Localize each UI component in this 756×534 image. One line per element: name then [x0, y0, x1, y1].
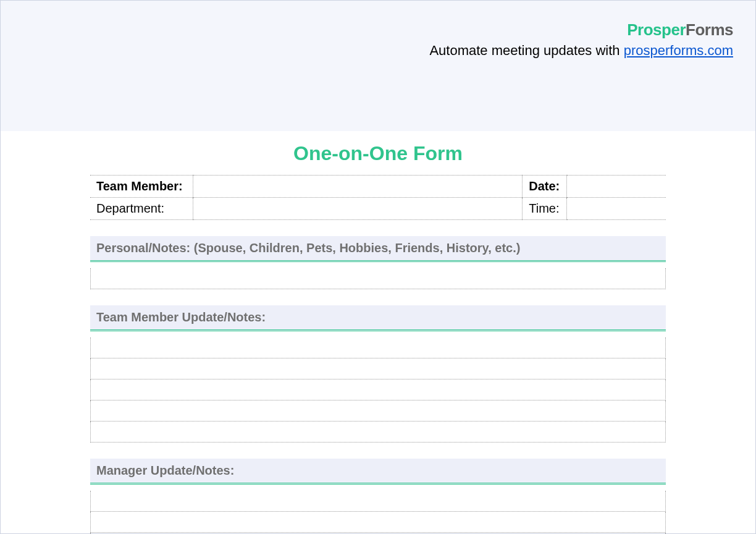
meta-row-1: Team Member: Date: — [90, 176, 666, 198]
date-label: Date: — [523, 176, 566, 198]
logo: ProsperForms — [1, 22, 733, 38]
line-row[interactable] — [90, 358, 666, 379]
time-label: Time: — [523, 198, 566, 220]
page-wrapper: ProsperForms Automate meeting updates wi… — [0, 0, 756, 534]
section-team-member-update: Team Member Update/Notes: — [90, 305, 666, 443]
form-content: One-on-One Form Team Member: Date: Depar… — [90, 142, 666, 534]
lines-team-update[interactable] — [90, 337, 666, 443]
tagline: Automate meeting updates with prosperfor… — [1, 43, 733, 59]
logo-part2: Forms — [686, 20, 733, 39]
tagline-prefix: Automate meeting updates with — [429, 43, 623, 58]
section-personal: Personal/Notes: (Spouse, Children, Pets,… — [90, 236, 666, 289]
lines-manager-update[interactable] — [90, 491, 666, 534]
line-row[interactable] — [90, 422, 666, 443]
section-manager-update: Manager Update/Notes: — [90, 459, 666, 534]
meta-row-2: Department: Time: — [90, 198, 666, 220]
department-value[interactable] — [193, 198, 523, 220]
lines-personal[interactable] — [90, 268, 666, 289]
logo-part1: Prosper — [627, 20, 686, 39]
team-member-value[interactable] — [193, 176, 523, 198]
time-value[interactable] — [566, 198, 666, 220]
line-row[interactable] — [90, 337, 666, 358]
line-row[interactable] — [90, 268, 666, 289]
line-row[interactable] — [90, 379, 666, 400]
section-header-team-update: Team Member Update/Notes: — [90, 305, 666, 331]
line-row[interactable] — [90, 512, 666, 533]
department-label: Department: — [90, 198, 193, 220]
meta-table: Team Member: Date: Department: Time: — [90, 175, 666, 220]
line-row[interactable] — [90, 491, 666, 512]
date-value[interactable] — [566, 176, 666, 198]
line-row[interactable] — [90, 400, 666, 422]
tagline-link[interactable]: prosperforms.com — [624, 43, 733, 58]
section-header-manager-update: Manager Update/Notes: — [90, 459, 666, 485]
team-member-label: Team Member: — [90, 176, 193, 198]
form-title: One-on-One Form — [90, 142, 666, 165]
section-header-personal: Personal/Notes: (Spouse, Children, Pets,… — [90, 236, 666, 262]
header-band: ProsperForms Automate meeting updates wi… — [1, 1, 755, 131]
